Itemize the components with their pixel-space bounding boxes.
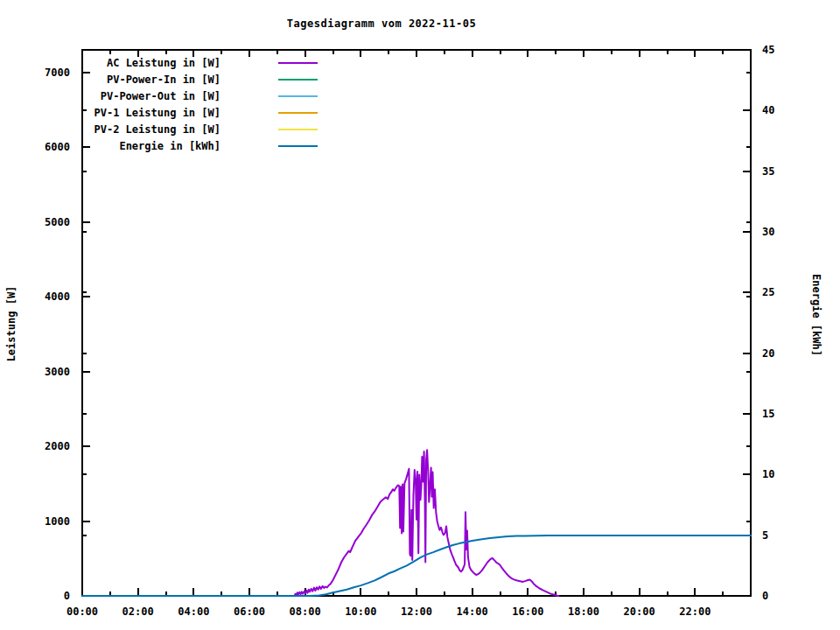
- y2-tick-label: 5: [762, 529, 768, 542]
- x-tick-label: 06:00: [234, 606, 265, 618]
- x-tick-label: 04:00: [178, 606, 209, 618]
- y1-tick-label: 3000: [45, 366, 70, 378]
- series-line-energie-in-kwh-: [82, 536, 751, 596]
- x-tick-label: 16:00: [512, 606, 543, 618]
- plot-svg: 0100020003000400050006000700005101520253…: [0, 0, 840, 630]
- y1-tick-label: 6000: [45, 141, 70, 153]
- chart-canvas: Tagesdiagramm vom 2022-11-05 Leistung [W…: [0, 0, 840, 630]
- y2-tick-label: 30: [762, 226, 774, 238]
- legend-label: PV-Power-Out in [W]: [101, 90, 220, 102]
- y2-tick-label: 45: [762, 44, 774, 56]
- y2-tick-label: 20: [762, 347, 774, 360]
- x-tick-label: 08:00: [290, 606, 321, 618]
- legend-label: PV-2 Leistung in [W]: [94, 123, 221, 136]
- x-tick-label: 20:00: [624, 606, 655, 618]
- y1-tick-label: 2000: [45, 440, 70, 452]
- legend-label: AC Leistung in [W]: [107, 57, 220, 69]
- x-tick-label: 10:00: [345, 606, 376, 618]
- y1-tick-label: 5000: [45, 216, 70, 228]
- x-tick-label: 12:00: [401, 606, 432, 618]
- x-tick-label: 22:00: [679, 606, 710, 618]
- series-line-ac-leistung-in-w-: [295, 450, 559, 596]
- y2-tick-label: 0: [762, 590, 768, 602]
- y2-tick-label: 10: [762, 468, 774, 480]
- x-tick-label: 14:00: [457, 606, 488, 618]
- y2-tick-label: 35: [762, 165, 774, 178]
- legend-label: PV-1 Leistung in [W]: [94, 107, 221, 119]
- y2-tick-label: 25: [762, 286, 774, 298]
- y1-tick-label: 1000: [45, 515, 70, 528]
- y2-tick-label: 40: [762, 104, 774, 116]
- x-tick-label: 00:00: [66, 606, 98, 618]
- x-tick-label: 02:00: [122, 606, 154, 618]
- y2-tick-label: 15: [762, 408, 774, 420]
- y1-tick-label: 7000: [45, 66, 70, 79]
- x-tick-label: 18:00: [568, 606, 599, 618]
- legend-label: PV-Power-In in [W]: [107, 74, 220, 86]
- y1-tick-label: 4000: [45, 290, 70, 303]
- y1-tick-label: 0: [64, 590, 70, 602]
- legend-label: Energie in [kWh]: [119, 140, 220, 152]
